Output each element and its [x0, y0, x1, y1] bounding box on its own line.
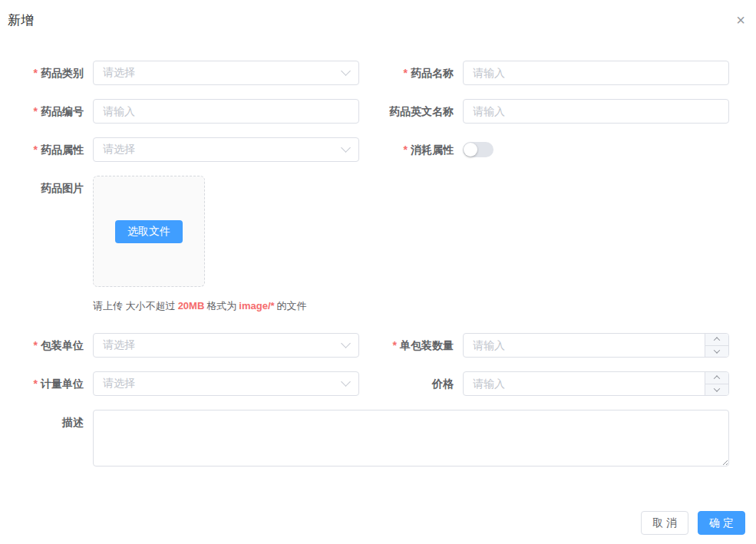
package-quantity-stepper: [463, 333, 729, 358]
chevron-up-icon: [714, 375, 720, 381]
decrease-button[interactable]: [705, 346, 728, 358]
form-row: 药品图片 选取文件 请上传 大小不超过20MB格式为image/*的文件: [23, 176, 756, 313]
field-label-measure-unit: *计量单位: [23, 371, 93, 396]
close-icon[interactable]: ×: [736, 13, 745, 27]
code-input[interactable]: [93, 99, 359, 124]
form-row: 描述: [23, 410, 756, 467]
decrease-button[interactable]: [705, 384, 728, 396]
chevron-down-icon: [341, 143, 351, 153]
field-label-package-unit: *包装单位: [23, 333, 93, 358]
dialog-form: *药品类别 请选择 *药品名称 *药品编号 药品英文名称: [0, 28, 756, 467]
confirm-button[interactable]: 确 定: [698, 511, 745, 535]
attribute-select[interactable]: 请选择: [93, 137, 359, 162]
chevron-down-icon: [714, 385, 720, 391]
dialog-header: 新增 ×: [0, 0, 756, 28]
upload-dropzone[interactable]: 选取文件: [93, 176, 205, 287]
select-placeholder: 请选择: [103, 66, 135, 80]
number-stepper: [705, 372, 728, 395]
form-row: *计量单位 请选择 价格: [23, 371, 756, 396]
field-label-package-quantity: *单包装数量: [359, 333, 463, 358]
description-textarea[interactable]: [93, 410, 729, 467]
description-wrap: [93, 410, 729, 467]
field-label-price: 价格: [359, 371, 463, 396]
add-drug-dialog: 新增 × *药品类别 请选择 *药品名称 *药品编号 药品英文名称: [0, 0, 756, 544]
category-select[interactable]: 请选择: [93, 61, 359, 85]
package-unit-select[interactable]: 请选择: [93, 333, 359, 358]
tip-size-limit: 20MB: [178, 300, 205, 312]
upload-tip: 请上传 大小不超过20MB格式为image/*的文件: [93, 299, 307, 313]
chevron-down-icon: [341, 338, 351, 348]
required-marker: *: [34, 143, 38, 156]
price-input[interactable]: [463, 371, 729, 396]
chevron-down-icon: [341, 377, 351, 387]
chevron-down-icon: [341, 66, 351, 76]
consume-attribute-toggle[interactable]: [463, 142, 494, 157]
field-label-image: 药品图片: [23, 176, 93, 200]
increase-button[interactable]: [705, 372, 728, 384]
chevron-up-icon: [714, 337, 720, 343]
required-marker: *: [404, 67, 408, 79]
number-stepper: [705, 334, 728, 357]
select-placeholder: 请选择: [103, 377, 135, 391]
measure-unit-select[interactable]: 请选择: [93, 371, 359, 396]
toggle-knob: [464, 143, 477, 157]
dialog-footer: 取 消 确 定: [641, 511, 745, 535]
field-label-consume-attribute: *消耗属性: [359, 137, 463, 162]
field-label-description: 描述: [23, 410, 93, 434]
required-marker: *: [34, 339, 38, 351]
field-label-code: *药品编号: [23, 99, 93, 124]
field-label-english-name: 药品英文名称: [359, 99, 463, 124]
field-label-category: *药品类别: [23, 61, 93, 85]
select-placeholder: 请选择: [103, 143, 135, 157]
form-row: *药品类别 请选择 *药品名称: [23, 61, 756, 85]
tip-format: image/*: [239, 300, 274, 312]
form-row: *包装单位 请选择 *单包装数量: [23, 333, 756, 358]
package-quantity-input[interactable]: [463, 333, 729, 358]
dialog-title: 新增: [8, 13, 34, 28]
upload-cell: 选取文件 请上传 大小不超过20MB格式为image/*的文件: [93, 176, 307, 313]
cancel-button[interactable]: 取 消: [641, 511, 688, 535]
required-marker: *: [34, 105, 38, 117]
required-marker: *: [404, 143, 408, 156]
select-placeholder: 请选择: [103, 338, 135, 352]
chevron-down-icon: [714, 347, 720, 353]
name-input[interactable]: [463, 61, 729, 85]
increase-button[interactable]: [705, 334, 728, 346]
required-marker: *: [393, 339, 397, 351]
required-marker: *: [34, 67, 38, 79]
field-label-attribute: *药品属性: [23, 137, 93, 162]
select-file-button[interactable]: 选取文件: [115, 220, 183, 243]
form-row: *药品编号 药品英文名称: [23, 99, 756, 124]
english-name-input[interactable]: [463, 99, 729, 124]
form-row: *药品属性 请选择 *消耗属性: [23, 137, 756, 162]
price-stepper: [463, 371, 729, 396]
required-marker: *: [34, 378, 38, 390]
field-label-name: *药品名称: [359, 61, 463, 85]
